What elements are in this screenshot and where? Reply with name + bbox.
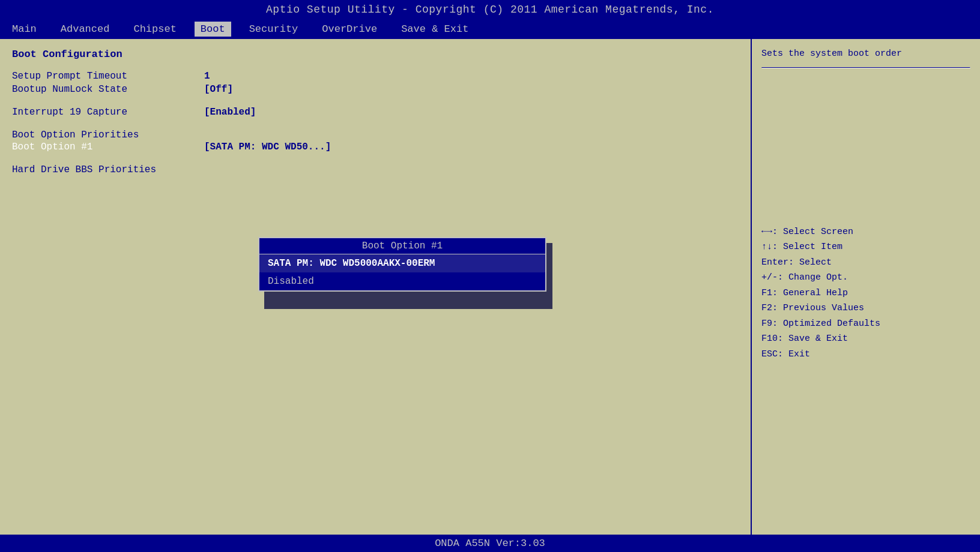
key-line: F9: Optimized Defaults — [761, 316, 970, 332]
hard-drive-label: Hard Drive BBS Priorities — [12, 164, 739, 175]
setup-timeout-value: 1 — [204, 71, 210, 82]
numlock-value: [Off] — [204, 84, 233, 95]
nav-advanced[interactable]: Advanced — [55, 22, 116, 37]
popup-box: Boot Option #1 SATA PM: WDC WD5000AAKX-0… — [258, 237, 546, 292]
right-panel: Sets the system boot order ←→: Select Sc… — [752, 39, 980, 535]
key-line: ESC: Exit — [761, 347, 970, 362]
section-label: Boot Configuration — [12, 49, 739, 60]
right-keys: ←→: Select Screen↑↓: Select ItemEnter: S… — [761, 224, 970, 362]
nav-main[interactable]: Main — [6, 22, 43, 37]
key-line: ↑↓: Select Item — [761, 239, 970, 255]
key-line: F2: Previous Values — [761, 301, 970, 316]
interrupt-value: [Enabled] — [204, 107, 256, 118]
right-help-text: Sets the system boot order — [761, 47, 970, 61]
setup-timeout-row: Setup Prompt Timeout 1 — [12, 71, 739, 82]
boot-option-1-label: Boot Option #1 — [12, 142, 204, 152]
popup-item-0[interactable]: SATA PM: WDC WD5000AAKX-00ERM — [259, 254, 545, 272]
key-line: F10: Save & Exit — [761, 331, 970, 347]
boot-priority-label: Boot Option Priorities — [12, 130, 739, 140]
popup-container: Boot Option #1 SATA PM: WDC WD5000AAKX-0… — [258, 237, 546, 292]
main-area: Boot Configuration Setup Prompt Timeout … — [0, 39, 980, 535]
nav-boot[interactable]: Boot — [195, 22, 231, 37]
key-line: ←→: Select Screen — [761, 224, 970, 240]
title-bar: Aptio Setup Utility - Copyright (C) 2011… — [0, 0, 980, 19]
nav-chipset[interactable]: Chipset — [127, 22, 182, 37]
setup-timeout-label: Setup Prompt Timeout — [12, 71, 204, 82]
numlock-label: Bootup NumLock State — [12, 84, 204, 95]
numlock-row: Bootup NumLock State [Off] — [12, 84, 739, 95]
left-panel: Boot Configuration Setup Prompt Timeout … — [0, 39, 752, 535]
status-bar: ONDA A55N Ver:3.03 — [0, 535, 980, 552]
nav-save-exit[interactable]: Save & Exit — [395, 22, 474, 37]
boot-option-1-row: Boot Option #1 [SATA PM: WDC WD50...] — [12, 142, 739, 152]
nav-security[interactable]: Security — [243, 22, 304, 37]
key-line: F1: General Help — [761, 286, 970, 301]
popup-title: Boot Option #1 — [259, 238, 545, 254]
boot-option-1-value: [SATA PM: WDC WD50...] — [204, 142, 331, 152]
interrupt-label: Interrupt 19 Capture — [12, 107, 204, 118]
nav-bar: Main Advanced Chipset Boot Security Over… — [0, 19, 980, 39]
key-line: Enter: Select — [761, 255, 970, 271]
interrupt-row: Interrupt 19 Capture [Enabled] — [12, 107, 739, 118]
popup-item-1[interactable]: Disabled — [259, 272, 545, 290]
key-line: +/-: Change Opt. — [761, 270, 970, 286]
nav-overdrive[interactable]: OverDrive — [316, 22, 383, 37]
